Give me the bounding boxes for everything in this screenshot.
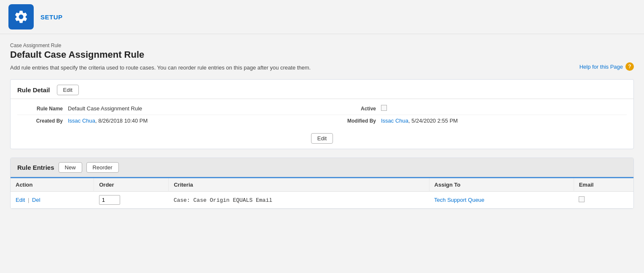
- main-content: Case Assignment Rule Default Case Assign…: [0, 34, 644, 217]
- del-row-link[interactable]: Del: [32, 197, 40, 203]
- email-checkbox: [579, 196, 585, 202]
- setup-title: SETUP: [40, 13, 63, 21]
- rule-entries-title: Rule Entries: [17, 164, 54, 171]
- edit-button-top[interactable]: Edit: [57, 85, 79, 95]
- col-email: Email: [574, 178, 633, 192]
- assign-to-cell: Tech Support Queue: [429, 192, 574, 209]
- col-assign-to: Assign To: [429, 178, 574, 192]
- rule-entries-panel: Rule Entries New Reorder Action Order Cr…: [10, 158, 634, 209]
- edit-button-bottom[interactable]: Edit: [311, 133, 333, 144]
- rule-name-value: Default Case Assignment Rule: [68, 105, 314, 112]
- rule-detail-header: Rule Detail Edit: [11, 80, 633, 99]
- rule-name-row: Rule Name Default Case Assignment Rule A…: [17, 102, 627, 115]
- modified-by-date: , 5/24/2020 2:55 PM: [408, 118, 458, 124]
- help-icon[interactable]: ?: [625, 62, 634, 71]
- entries-table: Action Order Criteria Assign To Email Ed…: [11, 178, 633, 209]
- rule-detail-table: Rule Name Default Case Assignment Rule A…: [11, 99, 633, 130]
- help-link-container: Help for this Page ?: [580, 62, 634, 71]
- setup-icon-container: [8, 4, 34, 29]
- created-by-value: Issac Chua, 8/26/2018 10:40 PM: [68, 118, 314, 124]
- created-by-row: Created By Issac Chua, 8/26/2018 10:40 P…: [17, 115, 627, 126]
- help-link[interactable]: Help for this Page: [580, 64, 623, 70]
- action-links: Edit | Del: [16, 197, 40, 203]
- col-action: Action: [11, 178, 94, 192]
- active-checkbox-box: [381, 105, 387, 111]
- active-label: Active: [330, 106, 381, 112]
- separator: |: [28, 197, 31, 203]
- new-button[interactable]: New: [59, 162, 82, 173]
- criteria-cell: Case: Case Origin EQUALS Email: [169, 192, 429, 209]
- modified-by-label: Modified By: [330, 118, 381, 124]
- header-bar: SETUP: [0, 0, 644, 34]
- action-cell: Edit | Del: [11, 192, 94, 209]
- created-by-date: , 8/26/2018 10:40 PM: [95, 118, 148, 124]
- email-cell: [574, 192, 633, 209]
- modified-by-link[interactable]: Issac Chua: [381, 118, 408, 124]
- entries-table-body: Edit | Del Case: Case Origin EQUALS Emai…: [11, 192, 633, 209]
- page-title: Default Case Assignment Rule: [10, 49, 634, 60]
- bottom-edit-container: Edit: [11, 130, 633, 149]
- entries-table-header-row: Action Order Criteria Assign To Email: [11, 178, 633, 192]
- criteria-value: Case: Case Origin EQUALS Email: [174, 197, 272, 203]
- modified-by-value: Issac Chua, 5/24/2020 2:55 PM: [381, 118, 627, 124]
- order-cell: [94, 192, 169, 209]
- table-row: Edit | Del Case: Case Origin EQUALS Emai…: [11, 192, 633, 209]
- assign-to-link[interactable]: Tech Support Queue: [434, 197, 484, 203]
- rule-detail-title: Rule Detail: [17, 86, 50, 94]
- edit-row-link[interactable]: Edit: [16, 197, 25, 203]
- rule-name-label: Rule Name: [17, 106, 68, 112]
- rule-entries-header: Rule Entries New Reorder: [11, 158, 633, 178]
- created-by-link[interactable]: Issac Chua: [68, 118, 95, 124]
- gear-icon: [13, 9, 29, 24]
- created-by-label: Created By: [17, 118, 68, 124]
- order-input[interactable]: [99, 195, 120, 205]
- active-checkbox: [381, 105, 627, 112]
- breadcrumb: Case Assignment Rule: [10, 43, 634, 48]
- col-order: Order: [94, 178, 169, 192]
- page-description: Add rule entries that specify the criter…: [10, 64, 634, 71]
- rule-detail-panel: Rule Detail Edit Rule Name Default Case …: [10, 79, 634, 149]
- entries-table-head: Action Order Criteria Assign To Email: [11, 178, 633, 192]
- col-criteria: Criteria: [169, 178, 429, 192]
- reorder-button[interactable]: Reorder: [86, 162, 119, 173]
